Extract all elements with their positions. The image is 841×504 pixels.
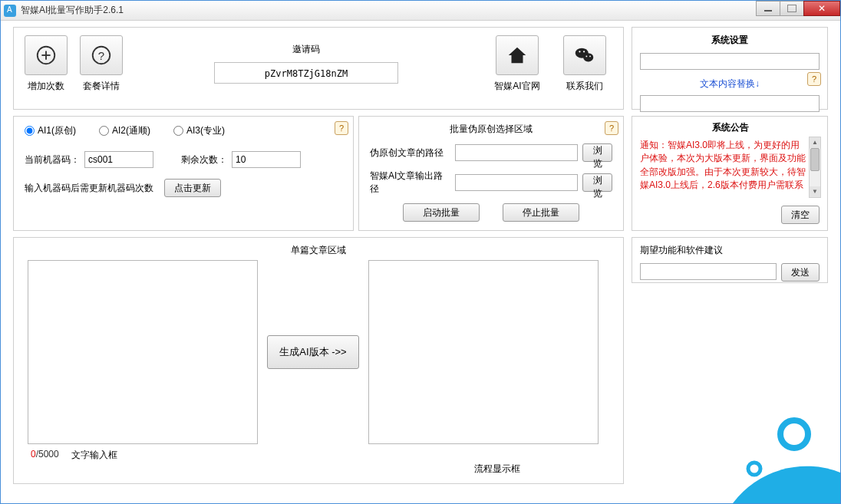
- batch-out-input[interactable]: [455, 174, 578, 191]
- batch-out-browse[interactable]: 浏览: [582, 173, 612, 192]
- contact-us-block: 联系我们: [551, 35, 618, 93]
- article-output-textarea[interactable]: [368, 260, 599, 444]
- suggest-input[interactable]: [640, 263, 777, 280]
- batch-start-button[interactable]: 启动批量: [403, 203, 480, 222]
- char-current: 0: [31, 449, 36, 460]
- settings-input-1[interactable]: [640, 53, 820, 70]
- notice-scrollbar[interactable]: ▲ ▼: [809, 137, 821, 198]
- settings-title: 系统设置: [711, 35, 748, 45]
- svg-text:?: ?: [98, 49, 104, 62]
- flow-box-label: 流程显示框: [474, 463, 520, 476]
- batch-src-browse[interactable]: 浏览: [582, 143, 612, 162]
- svg-point-10: [589, 55, 591, 57]
- question-icon: ?: [90, 44, 113, 67]
- window-controls: [757, 1, 840, 16]
- notice-group: 系统公告 通知：智媒AI3.0即将上线，为更好的用户体验，本次为大版本更新，界面…: [632, 116, 828, 231]
- ai2-radio[interactable]: AI2(通顺): [99, 124, 150, 137]
- svg-point-13: [768, 483, 777, 492]
- char-max: /5000: [36, 449, 59, 460]
- batch-stop-button[interactable]: 停止批量: [503, 203, 579, 222]
- official-site-label: 智媒AI官网: [483, 80, 551, 93]
- minimize-button[interactable]: [756, 1, 780, 16]
- wechat-icon: [573, 44, 596, 67]
- title-bar: 智媒AI批量写作助手2.6.1: [1, 1, 840, 21]
- add-count-button[interactable]: [25, 35, 68, 75]
- settings-input-2[interactable]: [640, 95, 820, 112]
- app-icon: [4, 5, 16, 17]
- machine-code-label: 当前机器码：: [25, 153, 80, 166]
- batch-out-label: 智媒AI文章输出路径: [370, 170, 450, 196]
- contact-us-button[interactable]: [563, 35, 606, 75]
- update-hint: 输入机器码后需更新机器码次数: [25, 182, 153, 195]
- add-count-block: 增加次数: [18, 35, 74, 93]
- suggest-group: 期望功能和软件建议 发送: [632, 237, 828, 283]
- svg-point-6: [583, 53, 593, 61]
- svg-point-11: [780, 420, 808, 448]
- scroll-up-icon[interactable]: ▲: [810, 137, 820, 148]
- batch-title: 批量伪原创选择区域: [370, 123, 612, 136]
- ai3-label: AI3(专业): [186, 124, 225, 137]
- ai1-label: AI1(原创): [38, 124, 76, 137]
- svg-point-8: [583, 51, 585, 52]
- input-box-label: 文字输入框: [71, 449, 117, 462]
- batch-group: ? 批量伪原创选择区域 伪原创文章的路径 浏览 智媒AI文章输出路径 浏览 启动…: [358, 116, 624, 231]
- package-detail-block: ? 套餐详情: [74, 35, 129, 93]
- window-title: 智媒AI批量写作助手2.6.1: [21, 4, 124, 17]
- notice-text: 通知：智媒AI3.0即将上线，为更好的用户体验，本次为大版本更新，界面及功能全部…: [640, 139, 809, 193]
- machine-code-input[interactable]: [84, 151, 153, 168]
- svg-point-7: [579, 51, 580, 52]
- scroll-thumb[interactable]: [810, 148, 820, 171]
- app-window: 智媒AI批量写作助手2.6.1 增加次数 ? 套餐详情: [0, 0, 841, 504]
- invite-code[interactable]: pZvrM8TZjG18nZM: [214, 62, 398, 84]
- settings-group: 系统设置 文本内容替换↓ ?: [632, 27, 828, 110]
- ai-mode-group: ? AI1(原创) AI2(通顺) AI3(专业) 当前机器码： 剩余次数： 输…: [13, 116, 354, 231]
- svg-point-9: [585, 55, 587, 57]
- close-button[interactable]: [803, 1, 840, 16]
- maximize-button[interactable]: [780, 1, 804, 16]
- char-counter: 0/5000: [31, 449, 59, 462]
- remaining-input[interactable]: [232, 151, 301, 168]
- ai-help-button[interactable]: ?: [335, 121, 348, 135]
- ai1-radio-input[interactable]: [25, 126, 35, 136]
- scroll-down-icon[interactable]: ▼: [810, 186, 820, 197]
- ai3-radio[interactable]: AI3(专业): [173, 124, 225, 137]
- content-area: 增加次数 ? 套餐详情 邀请码 pZvrM8TZjG18nZM: [1, 21, 840, 503]
- batch-src-label: 伪原创文章的路径: [370, 147, 450, 160]
- ai3-radio-input[interactable]: [173, 126, 183, 136]
- article-title: 单篇文章区域: [14, 244, 623, 257]
- notice-title: 系统公告: [712, 122, 749, 133]
- package-detail-label: 套餐详情: [74, 80, 129, 93]
- toolbar-group: 增加次数 ? 套餐详情 邀请码 pZvrM8TZjG18nZM: [13, 27, 624, 110]
- ai1-radio[interactable]: AI1(原创): [25, 124, 76, 137]
- plus-icon: [35, 44, 58, 67]
- ai2-label: AI2(通顺): [112, 124, 150, 137]
- text-replace-link[interactable]: 文本内容替换↓: [640, 77, 820, 91]
- article-group: 单篇文章区域 生成AI版本 ->> 0/5000 文字输入框 流程显示框: [13, 237, 624, 484]
- contact-us-label: 联系我们: [551, 80, 618, 93]
- notice-clear-button[interactable]: 清空: [781, 206, 820, 224]
- invite-label: 邀请码: [129, 43, 483, 56]
- notice-scroll: 通知：智媒AI3.0即将上线，为更好的用户体验，本次为大版本更新，界面及功能全部…: [640, 139, 821, 200]
- generate-button[interactable]: 生成AI版本 ->>: [267, 335, 359, 369]
- remaining-label: 剩余次数：: [181, 153, 227, 166]
- official-site-block: 智媒AI官网: [483, 35, 551, 93]
- settings-help-button[interactable]: ?: [807, 72, 821, 86]
- batch-src-input[interactable]: [455, 144, 578, 161]
- ai2-radio-input[interactable]: [99, 126, 109, 136]
- batch-help-button[interactable]: ?: [605, 121, 618, 135]
- suggest-title: 期望功能和软件建议: [640, 244, 820, 257]
- svg-point-12: [748, 463, 760, 475]
- update-button[interactable]: 点击更新: [164, 179, 221, 197]
- suggest-send-button[interactable]: 发送: [781, 263, 820, 282]
- invite-column: 邀请码 pZvrM8TZjG18nZM: [129, 35, 483, 84]
- decorative-bubbles: [641, 380, 840, 503]
- add-count-label: 增加次数: [18, 80, 74, 93]
- package-detail-button[interactable]: ?: [80, 35, 123, 75]
- official-site-button[interactable]: [496, 35, 539, 75]
- home-icon: [506, 44, 529, 67]
- svg-point-14: [813, 453, 829, 462]
- article-input-textarea[interactable]: [28, 260, 258, 444]
